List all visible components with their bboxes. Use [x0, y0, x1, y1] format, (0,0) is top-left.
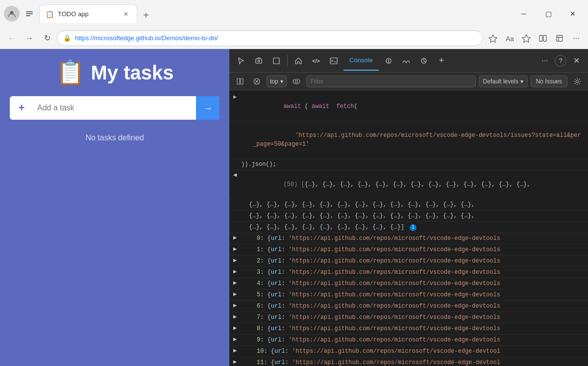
- item-0-caret[interactable]: ▶: [233, 234, 237, 241]
- item-4-caret[interactable]: ▶: [233, 279, 237, 287]
- new-tab-button[interactable]: +: [138, 7, 154, 23]
- console-result-line2: {…}, {…}, {…}, {…}, {…}, {…}, {…}, {…}, …: [229, 199, 588, 210]
- forward-button[interactable]: →: [22, 30, 37, 46]
- refresh-button[interactable]: ↻: [39, 30, 55, 46]
- favorites-star-button[interactable]: [518, 30, 534, 46]
- item-9-caret[interactable]: ▶: [233, 336, 237, 343]
- tab-close-button[interactable]: ✕: [121, 9, 131, 19]
- svg-rect-6: [543, 35, 546, 41]
- default-levels-label: Default levels: [483, 78, 518, 85]
- profile-button[interactable]: [4, 6, 20, 22]
- console-context-selector[interactable]: top ▾: [267, 76, 287, 87]
- console-no-issues-badge: No Issues: [531, 76, 567, 87]
- devtools-console-icon-button[interactable]: [326, 53, 342, 69]
- more-button[interactable]: ···: [568, 30, 584, 46]
- item-6-caret[interactable]: ▶: [233, 302, 237, 309]
- devtools-add-tab-button[interactable]: +: [434, 53, 449, 69]
- read-aloud-button[interactable]: Aa: [502, 30, 517, 46]
- svg-text:Aa: Aa: [506, 35, 514, 43]
- window-controls: ─ ▢ ✕: [513, 6, 584, 22]
- console-filter-input[interactable]: [306, 76, 476, 87]
- devtools-network-button[interactable]: [398, 53, 414, 69]
- item-11-caret[interactable]: ▶: [233, 358, 237, 366]
- console-context-label: top: [270, 78, 278, 85]
- console-result-line3: {…}, {…}, {…}, {…}, {…}, {…}, {…}, {…}, …: [229, 210, 588, 222]
- svg-rect-15: [241, 78, 243, 84]
- chevron-down-icon: ▾: [280, 78, 283, 85]
- devtools-tab-console[interactable]: Console: [343, 51, 379, 71]
- split-screen-button[interactable]: [535, 30, 551, 46]
- console-clear-button[interactable]: [250, 75, 264, 88]
- console-input-line: ▶ await ( await fetch(: [229, 92, 588, 121]
- browser-window: 📋 TODO app ✕ + ─ ▢ ✕ ← → ↻ 🔒 https://mic…: [0, 0, 588, 366]
- console-sidebar-button[interactable]: [233, 75, 247, 88]
- item-8-caret[interactable]: ▶: [233, 324, 237, 332]
- devtools-cursor-button[interactable]: [233, 53, 249, 69]
- console-result-line: ◀ (50) [{…}, {…}, {…}, {…}, {…}, {…}, {……: [229, 170, 588, 199]
- main-content: 📋 My tasks + → No tasks defined: [0, 49, 588, 366]
- item-10-caret[interactable]: ▶: [233, 347, 237, 354]
- devtools-panel: </> Console + ··· ?: [229, 49, 588, 366]
- console-code-line2: 'https://api.github.com/repos/microsoft/…: [229, 121, 588, 159]
- console-item-8: ▶ 8: {url: 'https://api.github.com/repos…: [229, 323, 588, 335]
- sidebar-toggle-button[interactable]: [22, 6, 37, 22]
- svg-rect-7: [557, 35, 563, 41]
- svg-point-9: [258, 60, 260, 62]
- item-5-caret[interactable]: ▶: [233, 290, 237, 298]
- devtools-debug-button[interactable]: [381, 53, 396, 69]
- todo-header: 📋 My tasks: [56, 59, 174, 86]
- todo-app-icon: 📋: [56, 59, 85, 86]
- console-output[interactable]: ▶ await ( await fetch( 'https://api.gith…: [229, 90, 588, 366]
- task-input[interactable]: [33, 96, 196, 120]
- tab-title: TODO app: [58, 10, 117, 18]
- devtools-screenshot-button[interactable]: [251, 53, 267, 69]
- svg-rect-10: [273, 58, 279, 64]
- console-settings-button[interactable]: [570, 75, 584, 88]
- code-string: 'https://api.github.com/repos/microsoft/…: [253, 122, 584, 157]
- svg-rect-11: [330, 58, 337, 64]
- add-task-icon-button[interactable]: +: [10, 96, 33, 120]
- console-item-2: ▶ 2: {url: 'https://api.github.com/repos…: [229, 256, 588, 267]
- svg-rect-14: [237, 78, 240, 84]
- url-text: https://microsoftedge.github.io/Demos/de…: [75, 34, 477, 42]
- active-tab[interactable]: 📋 TODO app ✕: [39, 4, 137, 23]
- item-7-caret[interactable]: ▶: [233, 313, 237, 320]
- devtools-close-button[interactable]: ✕: [568, 53, 584, 69]
- navigation-bar: ← → ↻ 🔒 https://microsoftedge.github.io/…: [0, 27, 588, 49]
- svg-rect-2: [26, 13, 33, 14]
- todo-panel: 📋 My tasks + → No tasks defined: [0, 49, 229, 366]
- input-caret: ▶: [233, 93, 237, 101]
- back-button[interactable]: ←: [4, 30, 20, 46]
- svg-rect-3: [26, 15, 30, 16]
- security-icon: 🔒: [63, 34, 71, 42]
- minimize-button[interactable]: ─: [513, 6, 535, 22]
- devtools-html-button[interactable]: </>: [308, 53, 324, 69]
- console-item-3: ▶ 3: {url: 'https://api.github.com/repos…: [229, 267, 588, 278]
- close-button[interactable]: ✕: [562, 6, 584, 22]
- item-2-caret[interactable]: ▶: [233, 257, 237, 264]
- console-levels-button[interactable]: Default levels ▾: [479, 76, 528, 87]
- submit-task-button[interactable]: →: [196, 96, 220, 120]
- devtools-layout-button[interactable]: [269, 53, 284, 69]
- console-item-4: ▶ 4: {url: 'https://api.github.com/repos…: [229, 278, 588, 289]
- devtools-more-button[interactable]: ···: [537, 53, 553, 69]
- svg-rect-8: [256, 59, 262, 63]
- address-bar[interactable]: 🔒 https://microsoftedge.github.io/Demos/…: [57, 30, 483, 46]
- console-eye-button[interactable]: [290, 75, 303, 88]
- svg-point-19: [576, 80, 579, 82]
- result-collapse-caret[interactable]: ◀: [233, 171, 237, 179]
- chevron-down-icon-levels: ▾: [520, 78, 523, 85]
- empty-message: No tasks defined: [85, 133, 144, 142]
- console-code: await ( await fetch(: [241, 93, 358, 120]
- console-item-5: ▶ 5: {url: 'https://api.github.com/repos…: [229, 289, 588, 301]
- devtools-performance-button[interactable]: [416, 53, 432, 69]
- item-1-caret[interactable]: ▶: [233, 245, 237, 253]
- collections-button[interactable]: [552, 30, 567, 46]
- todo-app-title: My tasks: [91, 62, 174, 84]
- devtools-help-button[interactable]: ?: [555, 55, 566, 67]
- devtools-home-button[interactable]: [291, 53, 306, 69]
- maximize-button[interactable]: ▢: [537, 6, 560, 22]
- item-3-caret[interactable]: ▶: [233, 268, 237, 275]
- console-code-line3: )).json();: [229, 159, 588, 170]
- favorites-button[interactable]: [485, 30, 501, 46]
